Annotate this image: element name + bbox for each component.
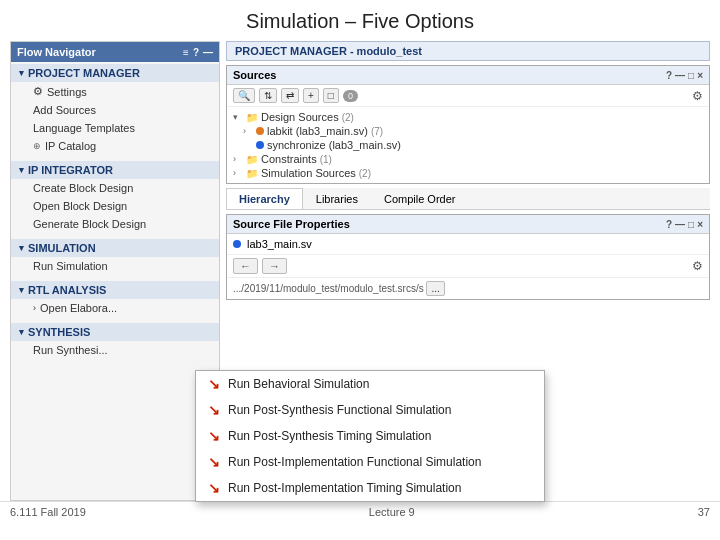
sfp-forward-btn[interactable]: → — [262, 258, 287, 274]
constraints-label: Constraints — [261, 153, 317, 165]
fn-item-ip-catalog[interactable]: ⊕ IP Catalog — [11, 137, 219, 155]
dropdown-menu: ↘ Run Behavioral Simulation ↘ Run Post-S… — [195, 370, 545, 502]
sfp-header: Source File Properties ? — □ × — [227, 215, 709, 234]
sfp-path-label: .../2019/11/modulo_test/modulo_test.srcs… — [233, 283, 424, 294]
design-sources-count: (2) — [342, 112, 354, 123]
fn-section-rtl: ▾ RTL ANALYSIS › Open Elabora... — [11, 277, 219, 319]
project-manager-bar: PROJECT MANAGER - modulo_test — [226, 41, 710, 61]
fn-sim-label: SIMULATION — [28, 242, 96, 254]
fn-icon-menu[interactable]: ≡ — [183, 47, 189, 58]
caret-labkit: › — [243, 126, 253, 136]
tree-item-synchronize[interactable]: synchronize (lab3_main.sv) — [231, 138, 705, 152]
sources-search-btn[interactable]: 🔍 — [233, 88, 255, 103]
sources-help-icon[interactable]: ? — [666, 70, 672, 81]
tab-hierarchy[interactable]: Hierarchy — [226, 188, 303, 209]
design-sources-label: Design Sources — [261, 111, 339, 123]
sfp-back-btn[interactable]: ← — [233, 258, 258, 274]
sources-view-btn[interactable]: □ — [323, 88, 339, 103]
fn-item-create-block[interactable]: Create Block Design — [11, 179, 219, 197]
dot-synchronize — [256, 141, 264, 149]
fn-icon-minimize[interactable]: — — [203, 47, 213, 58]
sim-sources-count: (2) — [359, 168, 371, 179]
caret-rtl: ▾ — [19, 285, 24, 295]
tab-compile-order[interactable]: Compile Order — [371, 188, 469, 209]
sources-gear-icon[interactable]: ⚙ — [692, 89, 703, 103]
sfp-panel: Source File Properties ? — □ × lab3_main… — [226, 214, 710, 300]
fn-item-settings[interactable]: ⚙ Settings — [11, 82, 219, 101]
sources-panel-header: Sources ? — □ × — [227, 66, 709, 85]
fn-item-generate-block[interactable]: Generate Block Design — [11, 215, 219, 233]
caret-ip: ▾ — [19, 165, 24, 175]
sources-tree: ▾ 📁 Design Sources (2) › labkit (lab3_ma… — [227, 107, 709, 183]
fn-ip-catalog-label: IP Catalog — [45, 140, 96, 152]
fn-item-run-synth[interactable]: Run Synthesi... — [11, 341, 219, 359]
fn-ip-label: IP INTEGRATOR — [28, 164, 113, 176]
fn-section-header-pm[interactable]: ▾ PROJECT MANAGER — [11, 64, 219, 82]
tabs-row: Hierarchy Libraries Compile Order — [226, 188, 710, 210]
sources-sort-btn[interactable]: ⇅ — [259, 88, 277, 103]
bottom-center: Lecture 9 — [369, 506, 415, 518]
tab-libraries[interactable]: Libraries — [303, 188, 371, 209]
folder-design-icon: 📁 — [246, 112, 258, 123]
sfp-path-row: .../2019/11/modulo_test/modulo_test.srcs… — [227, 278, 709, 299]
sfp-gear-icon[interactable]: ⚙ — [692, 259, 703, 273]
fn-item-open-block[interactable]: Open Block Design — [11, 197, 219, 215]
dot-labkit — [256, 127, 264, 135]
settings-gear-icon: ⚙ — [33, 85, 43, 98]
sfp-path-browse-btn[interactable]: ... — [426, 281, 444, 296]
labkit-count: (7) — [371, 126, 383, 137]
fn-item-run-simulation[interactable]: Run Simulation — [11, 257, 219, 275]
fn-settings-label: Settings — [47, 86, 87, 98]
fn-add-sources-label: Add Sources — [33, 104, 96, 116]
caret-elabora: › — [33, 303, 36, 313]
dropdown-item-post-synth-timing[interactable]: ↘ Run Post-Synthesis Timing Simulation — [196, 423, 544, 449]
sources-panel: Sources ? — □ × 🔍 ⇅ ⇄ + □ 0 ⚙ — [226, 65, 710, 184]
fn-item-open-elabora[interactable]: › Open Elabora... — [11, 299, 219, 317]
fn-icon-help[interactable]: ? — [193, 47, 199, 58]
dropdown-item-post-synth-func[interactable]: ↘ Run Post-Synthesis Functional Simulati… — [196, 397, 544, 423]
sources-title: Sources — [233, 69, 276, 81]
fn-run-synth-label: Run Synthesi... — [33, 344, 108, 356]
dropdown-item-post-impl-func[interactable]: ↘ Run Post-Implementation Functional Sim… — [196, 449, 544, 475]
sources-badge: 0 — [343, 90, 358, 102]
fn-section-header-ip[interactable]: ▾ IP INTEGRATOR — [11, 161, 219, 179]
sfp-restore-icon[interactable]: □ — [688, 219, 694, 230]
fn-create-block-label: Create Block Design — [33, 182, 133, 194]
tree-item-sim-sources[interactable]: › 📁 Simulation Sources (2) — [231, 166, 705, 180]
sources-add-btn[interactable]: + — [303, 88, 319, 103]
fn-section-synthesis: ▾ SYNTHESIS Run Synthesi... — [11, 319, 219, 361]
fn-pm-label: PROJECT MANAGER — [28, 67, 140, 79]
dropdown-item-behavioral[interactable]: ↘ Run Behavioral Simulation — [196, 371, 544, 397]
folder-constraints-icon: 📁 — [246, 154, 258, 165]
fn-title: Flow Navigator — [17, 46, 96, 58]
arrow-post-synth-func-icon: ↘ — [208, 402, 220, 418]
fn-section-header-synth[interactable]: ▾ SYNTHESIS — [11, 323, 219, 341]
bottom-left: 6.111 Fall 2019 — [10, 506, 86, 518]
tree-item-constraints[interactable]: › 📁 Constraints (1) — [231, 152, 705, 166]
caret-synth: ▾ — [19, 327, 24, 337]
sources-restore-icon[interactable]: □ — [688, 70, 694, 81]
arrow-post-impl-func-icon: ↘ — [208, 454, 220, 470]
dropdown-item-post-impl-timing[interactable]: ↘ Run Post-Implementation Timing Simulat… — [196, 475, 544, 501]
sources-filter-btn[interactable]: ⇄ — [281, 88, 299, 103]
caret-design-sources: ▾ — [233, 112, 243, 122]
fn-section-ip-integrator: ▾ IP INTEGRATOR Create Block Design Open… — [11, 157, 219, 235]
synchronize-label: synchronize (lab3_main.sv) — [267, 139, 401, 151]
tree-item-labkit[interactable]: › labkit (lab3_main.sv) (7) — [231, 124, 705, 138]
sfp-header-icons: ? — □ × — [666, 219, 703, 230]
fn-item-language-templates[interactable]: Language Templates — [11, 119, 219, 137]
tree-item-design-sources[interactable]: ▾ 📁 Design Sources (2) — [231, 110, 705, 124]
fn-rtl-label: RTL ANALYSIS — [28, 284, 106, 296]
fn-section-header-rtl[interactable]: ▾ RTL ANALYSIS — [11, 281, 219, 299]
sources-minimize-icon[interactable]: — — [675, 70, 685, 81]
caret-sim: ▾ — [19, 243, 24, 253]
fn-item-add-sources[interactable]: Add Sources — [11, 101, 219, 119]
labkit-label: labkit (lab3_main.sv) — [267, 125, 368, 137]
sfp-close-icon[interactable]: × — [697, 219, 703, 230]
sfp-help-icon[interactable]: ? — [666, 219, 672, 230]
sfp-minimize-icon[interactable]: — — [675, 219, 685, 230]
sfp-file-dot — [233, 240, 241, 248]
dropdown-post-synth-func-label: Run Post-Synthesis Functional Simulation — [228, 403, 451, 417]
sources-close-icon[interactable]: × — [697, 70, 703, 81]
fn-section-header-sim[interactable]: ▾ SIMULATION — [11, 239, 219, 257]
